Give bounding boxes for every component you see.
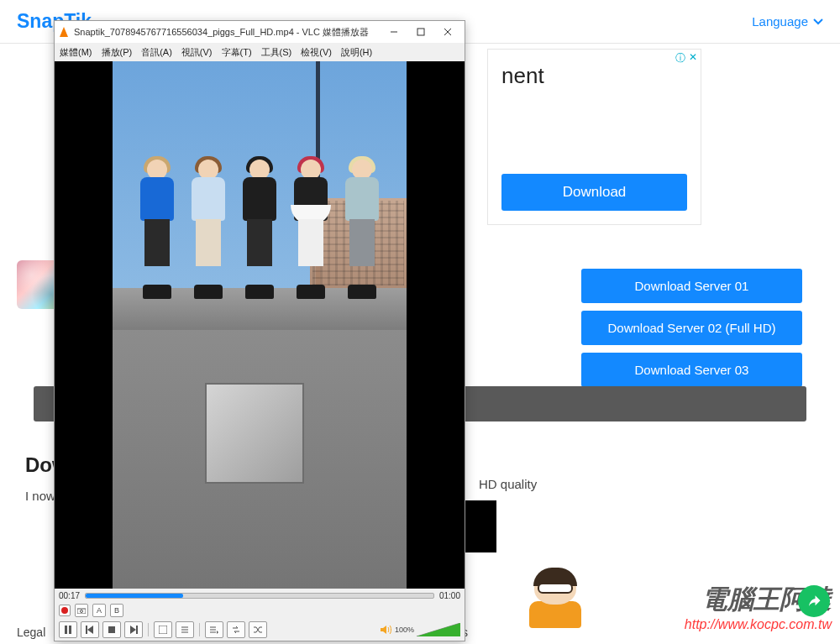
ad-card: ⓘ ✕ nent Download: [487, 49, 701, 225]
window-close-button[interactable]: [434, 23, 461, 41]
stop-icon: [108, 626, 115, 633]
shuffle-icon: [254, 626, 262, 634]
loop-icon: [232, 626, 240, 634]
menu-playback[interactable]: 播放(P): [102, 46, 133, 59]
menu-video[interactable]: 視訊(V): [181, 46, 213, 59]
pause-button[interactable]: [59, 621, 77, 638]
video-frame: [113, 61, 407, 589]
vlc-window: Snaptik_7078945767716556034_piggs_Full_H…: [54, 20, 465, 641]
snapshot-button[interactable]: [75, 604, 88, 617]
time-current: 00:17: [59, 591, 80, 600]
language-label: Language: [752, 14, 808, 29]
menu-help[interactable]: 說明(H): [341, 46, 372, 59]
window-minimize-button[interactable]: [381, 23, 407, 41]
record-icon: [61, 607, 68, 614]
menu-view[interactable]: 檢視(V): [301, 46, 332, 59]
seek-bar[interactable]: [85, 593, 434, 599]
svg-rect-8: [136, 626, 138, 634]
ad-heading: nent: [501, 63, 687, 89]
download-server-2-button[interactable]: Download Server 02 (Full HD): [581, 311, 802, 345]
svg-rect-6: [86, 626, 87, 634]
loop-a-button[interactable]: A: [92, 604, 106, 617]
download-server-1-button[interactable]: Download Server 01: [581, 269, 802, 303]
equalizer-icon: [181, 626, 189, 634]
volume-slider[interactable]: [417, 623, 460, 636]
footer-legal[interactable]: Legal: [17, 626, 45, 639]
camera-icon: [77, 607, 86, 614]
svg-rect-2: [77, 609, 86, 614]
fullscreen-button[interactable]: [154, 621, 172, 638]
mascot-cartoon: [522, 566, 588, 631]
vlc-menubar: 媒體(M) 播放(P) 音訊(A) 視訊(V) 字幕(T) 工具(S) 檢視(V…: [55, 43, 465, 61]
share-icon: [806, 594, 822, 609]
svg-rect-5: [69, 626, 71, 634]
extended-settings-button[interactable]: [176, 621, 194, 638]
skip-back-icon: [86, 626, 94, 634]
vlc-titlebar[interactable]: Snaptik_7078945767716556034_piggs_Full_H…: [55, 21, 465, 43]
next-button[interactable]: [124, 621, 143, 638]
previous-button[interactable]: [81, 621, 99, 638]
playlist-icon: [210, 626, 218, 634]
fullscreen-icon: [159, 626, 167, 634]
svg-rect-1: [417, 29, 424, 35]
menu-tools[interactable]: 工具(S): [261, 46, 292, 59]
time-total: 01:00: [439, 591, 460, 600]
volume-percent: 100%: [395, 626, 414, 634]
stop-button[interactable]: [102, 621, 121, 638]
ad-download-button[interactable]: Download: [501, 174, 687, 211]
shuffle-button[interactable]: [249, 621, 267, 638]
ad-close-icon[interactable]: ✕: [689, 51, 697, 65]
menu-audio[interactable]: 音訊(A): [141, 46, 172, 59]
loop-b-button[interactable]: B: [110, 604, 123, 617]
language-selector[interactable]: Language: [752, 14, 823, 29]
vlc-cone-icon: [58, 26, 70, 38]
svg-point-3: [81, 610, 83, 613]
record-button[interactable]: [59, 605, 71, 616]
download-server-3-button[interactable]: Download Server 03: [581, 353, 802, 387]
pause-icon: [64, 626, 72, 634]
skip-forward-icon: [129, 626, 138, 634]
vlc-video-area[interactable]: [55, 61, 465, 589]
svg-rect-4: [65, 626, 67, 634]
ad-info-icon[interactable]: ⓘ: [675, 51, 685, 65]
hd-quality-text: HD quality: [479, 477, 537, 491]
watermark-url: http://www.kocpc.com.tw: [685, 617, 832, 632]
share-button[interactable]: [798, 585, 830, 617]
loop-button[interactable]: [227, 621, 245, 638]
menu-subtitle[interactable]: 字幕(T): [222, 46, 252, 59]
svg-rect-9: [159, 626, 167, 634]
menu-media[interactable]: 媒體(M): [60, 46, 92, 59]
window-maximize-button[interactable]: [407, 23, 434, 41]
vlc-title-text: Snaptik_7078945767716556034_piggs_Full_H…: [74, 26, 369, 39]
svg-rect-7: [108, 626, 115, 633]
speaker-icon[interactable]: [381, 625, 392, 635]
chevron-down-icon: [813, 18, 823, 25]
playlist-button[interactable]: [205, 621, 223, 638]
